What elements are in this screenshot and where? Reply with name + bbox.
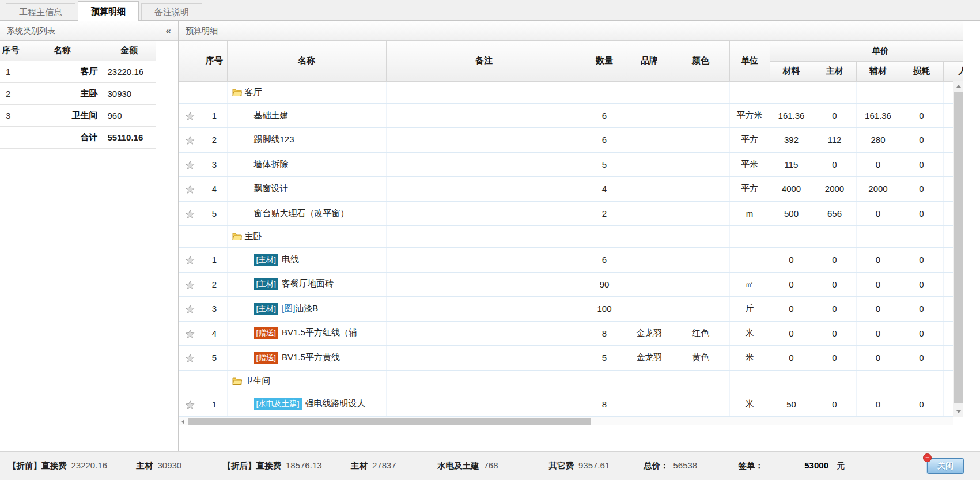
cell-loss: 0	[900, 272, 943, 297]
star-icon[interactable]	[185, 353, 195, 363]
item-name: 基础土建	[254, 110, 289, 120]
footer-item: 水电及土建768	[437, 460, 535, 471]
collapse-panel-icon[interactable]: «	[166, 26, 171, 36]
vertical-scrollbar[interactable]	[953, 81, 963, 417]
category-total-label: 合计	[22, 126, 103, 148]
cell-material: 50	[770, 392, 813, 417]
star-icon[interactable]	[185, 209, 195, 219]
cell-name: [主材]客餐厅地面砖	[227, 272, 386, 297]
table-row[interactable]: 4飘窗设计4平方4000200020000	[179, 177, 963, 202]
cell-no: 2	[202, 272, 227, 297]
cell-qty: 5	[582, 346, 627, 371]
cell-name: [主材][图]油漆B	[227, 297, 386, 322]
cell-no-empty	[202, 81, 227, 103]
category-panel-header: 系统类别列表 «	[0, 21, 178, 41]
table-row[interactable]: 1[水电及土建]强电线路明设人8米50000	[179, 392, 963, 417]
star-icon[interactable]	[185, 304, 195, 314]
cell-star	[179, 321, 202, 346]
tab-bar: 工程主信息 预算明细 备注说明	[0, 0, 980, 21]
cell-group-name[interactable]: 卫生间	[227, 370, 386, 392]
cell-loss: 0	[900, 297, 943, 322]
cell-star	[179, 392, 202, 417]
star-icon[interactable]	[185, 184, 195, 194]
cell-loss: 0	[900, 103, 943, 128]
group-label: 卫生间	[245, 376, 271, 385]
horizontal-scroll-thumb[interactable]	[188, 418, 591, 425]
table-row[interactable]: 5窗台贴大理石（改平窗）2m50065600	[179, 201, 963, 226]
star-icon[interactable]	[185, 160, 195, 170]
tab-notes[interactable]: 备注说明	[141, 3, 202, 20]
cell-name: 飘窗设计	[227, 177, 386, 202]
type-badge: [赠送]	[254, 327, 279, 339]
cell-name: 窗台贴大理石（改平窗）	[227, 201, 386, 226]
star-icon[interactable]	[185, 280, 195, 290]
item-name: 飘窗设计	[254, 183, 289, 193]
star-icon[interactable]	[185, 329, 195, 339]
category-row-name: 主卧	[22, 82, 103, 104]
cell-unit: 平方	[729, 177, 770, 202]
close-button[interactable]: 关闭	[927, 458, 964, 474]
footer-item: 【折后】直接费18576.13	[223, 460, 338, 471]
category-total-row: 合计55110.16	[0, 126, 156, 148]
category-row-no: 2	[0, 82, 22, 104]
folder-icon[interactable]	[232, 232, 242, 240]
table-row[interactable]: 4[赠送]BV1.5平方红线（辅8金龙羽红色米0000	[179, 321, 963, 346]
cell-brand	[627, 201, 672, 226]
image-link[interactable]: [图]	[282, 303, 295, 313]
cell-empty	[582, 226, 627, 248]
footer-item-value: 18576.13	[284, 460, 337, 471]
table-row[interactable]: 3[主材][图]油漆B100斤0000	[179, 297, 963, 322]
group-row[interactable]: 客厅	[179, 81, 963, 103]
table-row[interactable]: 1基础土建6平方米161.360161.360	[179, 103, 963, 128]
table-row[interactable]: 5[赠送]BV1.5平方黄线5金龙羽黄色米0000	[179, 346, 963, 371]
tab-project-info[interactable]: 工程主信息	[6, 3, 75, 20]
cell-qty: 5	[582, 152, 627, 177]
table-row[interactable]: 3墙体拆除5平米115000	[179, 152, 963, 177]
category-panel-title: 系统类别列表	[7, 21, 166, 40]
star-icon[interactable]	[185, 400, 195, 410]
footer-item-value: 23220.16	[70, 460, 123, 471]
cell-group-name[interactable]: 客厅	[227, 81, 386, 103]
grid-col-main-material: 主材	[813, 61, 856, 81]
table-row[interactable]: 1[主材]电线60000	[179, 248, 963, 273]
cell-loss: 0	[900, 152, 943, 177]
scroll-down-icon[interactable]	[953, 407, 963, 417]
folder-icon[interactable]	[232, 377, 242, 385]
scroll-left-icon[interactable]	[179, 417, 187, 425]
cell-name: 踢脚线123	[227, 128, 386, 153]
star-icon[interactable]	[185, 111, 195, 121]
cell-brand	[627, 128, 672, 153]
category-col-amount: 金额	[103, 41, 156, 61]
table-row[interactable]: 2[主材]客餐厅地面砖90㎡0000	[179, 272, 963, 297]
table-row[interactable]: 2踢脚线1236平方3921122800	[179, 128, 963, 153]
cell-star	[179, 272, 202, 297]
horizontal-scrollbar[interactable]	[179, 417, 953, 425]
star-icon[interactable]	[185, 255, 195, 265]
cell-empty	[386, 81, 582, 103]
budget-grid: 序号 名称 备注 数量 品牌 颜色 单位 单价 材料 主材 辅材	[179, 41, 963, 417]
budget-panel-title: 预算明细	[186, 21, 956, 40]
cell-empty	[729, 226, 770, 248]
grid-col-star	[179, 41, 202, 81]
cell-main-material: 0	[813, 272, 856, 297]
content-area: 系统类别列表 « 序号 名称 金额 1客厅23220.162主卧309303卫生…	[0, 21, 980, 451]
category-row-no: 1	[0, 61, 22, 82]
group-row[interactable]: 主卧	[179, 226, 963, 248]
cell-auxiliary: 0	[856, 297, 900, 322]
cell-color	[672, 201, 729, 226]
star-icon[interactable]	[185, 135, 195, 145]
type-badge: [主材]	[254, 254, 279, 266]
item-name: 油漆B	[295, 303, 318, 313]
vertical-scroll-thumb[interactable]	[954, 92, 963, 403]
category-row[interactable]: 2主卧30930	[0, 82, 156, 104]
tab-budget-detail[interactable]: 预算明细	[78, 1, 139, 21]
category-row[interactable]: 1客厅23220.16	[0, 61, 156, 82]
cell-group-name[interactable]: 主卧	[227, 226, 386, 248]
totals-bar: 【折前】直接费23220.16主材30930【折后】直接费18576.13主材2…	[0, 451, 980, 480]
cell-star-empty	[179, 226, 202, 248]
scroll-up-icon[interactable]	[953, 81, 963, 91]
category-row[interactable]: 3卫生间960	[0, 104, 156, 126]
group-row[interactable]: 卫生间	[179, 370, 963, 392]
cell-brand	[627, 177, 672, 202]
folder-icon[interactable]	[232, 88, 242, 96]
